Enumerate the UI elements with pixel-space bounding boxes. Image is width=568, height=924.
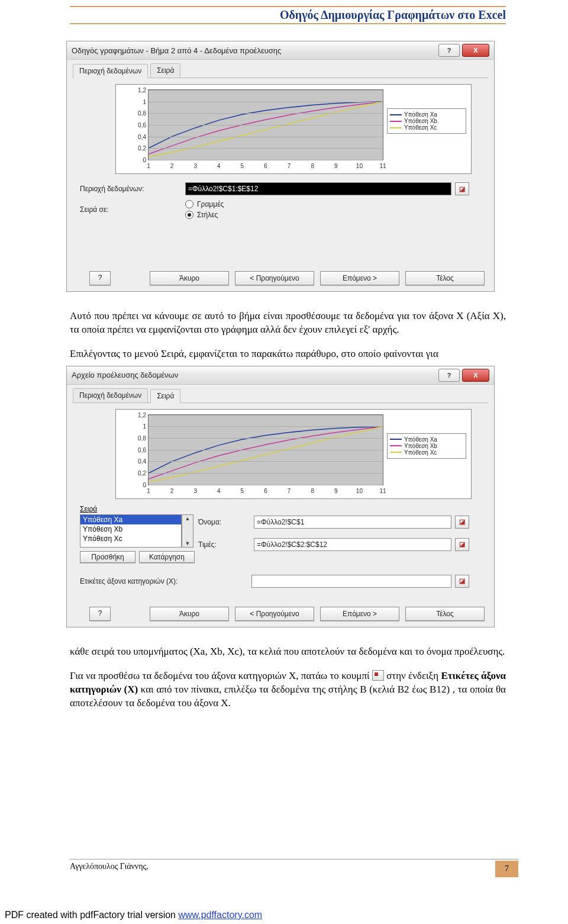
legend-swatch-icon	[390, 445, 402, 446]
x-axis-tick-label: 2	[170, 488, 174, 494]
x-axis-tick-label: 6	[264, 488, 267, 494]
list-item[interactable]: Υπόθεση Xc	[80, 534, 181, 543]
radio-icon	[185, 211, 193, 219]
text-run: Για να προσθέσω τα δεδομένα του άξονα κα…	[70, 670, 372, 681]
pdffactory-link[interactable]: www.pdffactory.com	[178, 910, 262, 912]
x-axis-tick-label: 7	[288, 163, 291, 169]
y-axis-tick-label: 0,8	[128, 110, 146, 117]
x-axis-tick-label: 3	[193, 488, 197, 494]
tab-series[interactable]: Σειρά	[150, 389, 180, 403]
x-axis-tick-label: 2	[170, 163, 174, 169]
chart-legend: Υπόθεση Χa Υπόθεση Χb Υπόθεση Χc	[387, 433, 466, 459]
tabs: Περιοχή δεδομένων Σειρά	[73, 388, 488, 403]
x-axis-tick-label: 4	[217, 488, 221, 494]
help-button[interactable]: ?	[89, 607, 111, 621]
y-axis-tick-label: 0,2	[128, 145, 146, 152]
series-values-input[interactable]: =Φύλλο2!$C$2:$C$12	[254, 538, 451, 551]
tab-data-range[interactable]: Περιοχή δεδομένων	[73, 388, 148, 403]
range-picker-icon	[372, 670, 384, 681]
y-axis-tick-label: 1,2	[128, 411, 146, 418]
y-axis-tick-label: 0	[128, 157, 146, 163]
window-close-button[interactable]: X	[462, 44, 489, 57]
list-item[interactable]: Υπόθεση Χa	[80, 515, 181, 524]
radio-rows[interactable]: Γραμμές	[185, 200, 451, 208]
footer-author: Αγγελόπουλος Γιάννης,	[70, 862, 149, 871]
x-axis-tick-label: 9	[334, 488, 338, 494]
prev-button[interactable]: < Προηγούμενο	[235, 271, 314, 285]
chart-legend: Υπόθεση Χa Υπόθεση Χb Υπόθεση Χc	[387, 108, 466, 134]
dialog-titlebar[interactable]: Αρχείο προέλευσης δεδομένων ? X	[67, 366, 494, 385]
dialog-title: Οδηγός γραφημάτων - Βήμα 2 από 4 - Δεδομ…	[72, 46, 281, 55]
next-button[interactable]: Επόμενο >	[320, 607, 399, 621]
body-paragraph-2: Επιλέγοντας το μενού Σειρά, εμφανίζεται …	[70, 347, 506, 361]
scrollbar[interactable]: ▲ ▼	[182, 514, 193, 548]
category-axis-labels-input[interactable]	[251, 575, 451, 588]
window-close-button[interactable]: X	[462, 369, 489, 382]
pdf-creator-footer: PDF created with pdfFactory trial versio…	[5, 910, 262, 912]
range-picker-icon: ◪	[459, 540, 465, 548]
chart-plot-area: 00,20,40,60,811,21234567891011	[148, 89, 383, 160]
x-axis-tick-label: 11	[379, 488, 386, 494]
y-axis-tick-label: 1	[128, 423, 146, 430]
chart-wizard-dialog-step2: Οδηγός γραφημάτων - Βήμα 2 από 4 - Δεδομ…	[66, 41, 495, 292]
window-help-button[interactable]: ?	[438, 369, 460, 382]
x-axis-tick-label: 3	[193, 163, 197, 169]
legend-swatch-icon	[390, 121, 402, 122]
x-axis-tick-label: 5	[241, 488, 244, 494]
dialog-titlebar[interactable]: Οδηγός γραφημάτων - Βήμα 2 από 4 - Δεδομ…	[67, 41, 494, 60]
scroll-down-icon: ▼	[185, 540, 191, 547]
range-picker-icon: ◪	[459, 518, 465, 526]
cancel-button[interactable]: Άκυρο	[150, 271, 229, 285]
range-picker-button[interactable]: ◪	[455, 575, 469, 588]
x-axis-tick-label: 10	[356, 163, 363, 169]
tabs: Περιοχή δεδομένων Σειρά	[73, 63, 488, 78]
x-axis-tick-label: 6	[264, 163, 267, 169]
help-button[interactable]: ?	[89, 271, 111, 285]
y-axis-tick-label: 0,4	[128, 458, 146, 465]
radio-icon	[185, 200, 193, 208]
page-footer: Αγγελόπουλος Γιάννης, 7	[70, 859, 518, 877]
x-axis-tick-label: 1	[147, 163, 150, 169]
range-picker-button[interactable]: ◪	[455, 516, 469, 529]
prev-button[interactable]: < Προηγούμενο	[235, 607, 314, 621]
legend-label: Υπόθεση Χc	[404, 124, 437, 131]
legend-swatch-icon	[390, 452, 402, 453]
finish-button[interactable]: Τέλος	[405, 271, 485, 285]
y-axis-tick-label: 0,2	[128, 470, 146, 477]
body-paragraph-4: Για να προσθέσω τα δεδομένα του άξονα κα…	[70, 669, 506, 710]
y-axis-tick-label: 0,4	[128, 133, 146, 140]
series-listbox[interactable]: Υπόθεση Χa Υπόθεση Xb Υπόθεση Xc	[80, 514, 182, 548]
window-help-button[interactable]: ?	[438, 44, 460, 57]
legend-swatch-icon	[390, 127, 402, 128]
tab-series[interactable]: Σειρά	[150, 63, 180, 78]
y-axis-tick-label: 0,8	[128, 435, 146, 442]
text-run: PDF created with pdfFactory trial versio…	[5, 910, 178, 912]
chart-plot-area: 00,20,40,60,811,21234567891011	[148, 414, 383, 485]
legend-label: Υπόθεση Χc	[404, 449, 437, 456]
x-axis-tick-label: 5	[241, 163, 244, 169]
finish-button[interactable]: Τέλος	[405, 607, 485, 621]
next-button[interactable]: Επόμενο >	[320, 271, 399, 285]
range-picker-button[interactable]: ◪	[455, 538, 469, 551]
x-axis-tick-label: 11	[379, 163, 386, 169]
cancel-button[interactable]: Άκυρο	[150, 607, 229, 621]
legend-label: Υπόθεση Χb	[404, 443, 437, 449]
series-name-label: Όνομα:	[198, 518, 250, 526]
list-item[interactable]: Υπόθεση Xb	[80, 524, 181, 534]
chart-preview: 00,20,40,60,811,21234567891011 Υπόθεση Χ…	[115, 84, 472, 174]
radio-rows-label: Γραμμές	[197, 200, 224, 208]
series-in-label: Σειρά σε:	[80, 205, 182, 214]
tab-data-range[interactable]: Περιοχή δεδομένων	[73, 64, 148, 78]
add-series-button[interactable]: Προσθήκη	[80, 551, 135, 563]
legend-label: Υπόθεση Χa	[404, 111, 437, 118]
range-picker-button[interactable]: ◪	[455, 182, 469, 195]
x-axis-tick-label: 10	[356, 488, 363, 494]
data-source-dialog: Αρχείο προέλευσης δεδομένων ? X Περιοχή …	[66, 366, 495, 627]
page-number: 7	[495, 861, 518, 877]
series-name-input[interactable]: =Φύλλο2!$C$1	[254, 516, 451, 529]
radio-cols-label: Στήλες	[197, 211, 218, 219]
x-axis-tick-label: 8	[311, 163, 314, 169]
data-range-input[interactable]: =Φύλλο2!$C$1:$E$12	[185, 182, 451, 195]
radio-columns[interactable]: Στήλες	[185, 211, 451, 219]
remove-series-button[interactable]: Κατάργηση	[139, 551, 195, 563]
